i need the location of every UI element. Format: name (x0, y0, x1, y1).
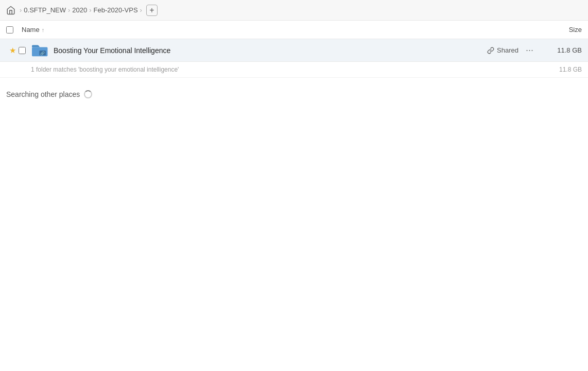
breadcrumb: › 0.SFTP_NEW › 2020 › Feb-2020-VPS › + (6, 5, 158, 16)
loading-spinner (84, 90, 92, 98)
add-breadcrumb-button[interactable]: + (146, 5, 158, 16)
shared-badge[interactable]: Shared (487, 46, 518, 54)
svg-text:🔗: 🔗 (40, 51, 45, 56)
searching-other-places-row: Searching other places (0, 78, 588, 105)
select-all-checkbox[interactable] (6, 26, 13, 33)
breadcrumb-bar: › 0.SFTP_NEW › 2020 › Feb-2020-VPS › + (0, 0, 588, 21)
home-breadcrumb[interactable] (6, 6, 15, 15)
match-info-row: 1 folder matches 'boosting your emotiona… (0, 62, 588, 78)
home-icon (6, 6, 15, 15)
column-header-row: Name ↑ Size (0, 21, 588, 39)
breadcrumb-item-sftp[interactable]: 0.SFTP_NEW (24, 6, 66, 14)
size-column-header[interactable]: Size (541, 26, 582, 33)
sep-3: › (89, 6, 91, 14)
breadcrumb-item-2020[interactable]: 2020 (72, 6, 87, 14)
sep-1: › (20, 6, 22, 14)
link-icon (487, 47, 494, 54)
more-options-button[interactable]: ··· (523, 44, 537, 57)
file-name[interactable]: Boosting Your Emotional Intelligence (54, 46, 487, 55)
file-size: 11.8 GB (541, 46, 582, 54)
row-checkbox-wrap[interactable] (19, 47, 31, 54)
folder-icon: 🔗 (32, 43, 48, 58)
searching-label: Searching other places (6, 90, 80, 98)
folder-icon-wrap: 🔗 (31, 41, 49, 60)
row-checkbox[interactable] (19, 47, 26, 54)
sep-4: › (140, 6, 142, 14)
star-button[interactable]: ★ (6, 46, 19, 55)
name-column-header[interactable]: Name ↑ (22, 26, 541, 33)
sep-2: › (68, 6, 70, 14)
select-all-checkbox-wrap[interactable] (6, 26, 22, 33)
file-list-row[interactable]: ★ 🔗 Boosting Your Emotional Intelligence… (0, 39, 588, 62)
breadcrumb-item-feb[interactable]: Feb-2020-VPS (94, 6, 138, 14)
